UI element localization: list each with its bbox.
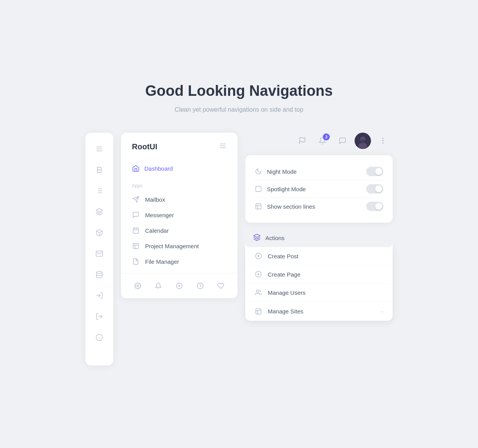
svg-rect-42 <box>256 186 261 192</box>
night-mode-left: Night Mode <box>255 168 297 175</box>
svg-point-11 <box>97 272 102 273</box>
sidebar-item-messenger-label: Messenger <box>145 212 174 218</box>
svg-rect-43 <box>256 204 261 209</box>
footer-clock-icon[interactable] <box>195 280 206 291</box>
sidebar-item-file-manager-label: File Manager <box>145 258 179 265</box>
actions-dropdown: Create Post Create Page Manage Users <box>245 245 393 321</box>
page-title: Good Looking Navigations <box>145 83 333 99</box>
manage-sites-icon <box>255 308 262 315</box>
action-create-post[interactable]: Create Post <box>245 247 393 265</box>
manage-sites-dot: · <box>381 307 383 316</box>
nav-demo-row: RootUI Dashboard Apps Mailbox <box>26 133 452 365</box>
action-manage-sites[interactable]: Manage Sites · <box>245 302 393 321</box>
sidebar-info-icon[interactable] <box>92 330 106 344</box>
sidebar-item-dashboard-label: Dashboard <box>144 165 173 172</box>
sidebar-database-icon[interactable] <box>92 268 106 282</box>
sidebar-item-calendar-label: Calendar <box>145 227 169 234</box>
sidebar-item-messenger[interactable]: Messenger <box>121 207 237 223</box>
section-lines-icon <box>255 202 262 210</box>
chat-icon <box>132 211 140 219</box>
sidebar-header: RootUI <box>121 133 237 157</box>
spotlight-mode-label: Spotlight Mode <box>267 186 306 192</box>
avatar-image <box>355 133 371 149</box>
file-icon <box>132 258 140 265</box>
footer-bell-icon[interactable] <box>153 280 164 291</box>
sidebar-bold-icon[interactable] <box>92 163 106 177</box>
sidebar-logo: RootUI <box>132 142 158 151</box>
sidebar-layers-icon[interactable] <box>92 205 106 219</box>
svg-marker-9 <box>96 209 103 212</box>
action-manage-users[interactable]: Manage Users <box>245 284 393 302</box>
notification-badge: 3 <box>323 133 330 140</box>
svg-point-38 <box>360 139 365 142</box>
settings-row-night-mode: Night Mode <box>255 163 383 180</box>
create-page-icon <box>255 270 262 278</box>
user-avatar[interactable] <box>355 133 371 149</box>
sidebar-mail-icon[interactable] <box>92 247 106 261</box>
calendar-icon <box>132 227 140 234</box>
sidebar-item-calendar[interactable]: Calendar <box>121 223 237 238</box>
spotlight-mode-toggle[interactable] <box>366 184 383 194</box>
sidebar-item-dashboard[interactable]: Dashboard <box>121 161 237 176</box>
sidebar-logout-icon[interactable] <box>92 310 106 323</box>
actions-trigger-label: Actions <box>265 235 284 241</box>
night-mode-toggle[interactable] <box>366 167 383 176</box>
settings-row-spotlight-mode: Spotlight Mode <box>255 180 383 198</box>
svg-rect-22 <box>133 228 139 234</box>
spotlight-mode-left: Spotlight Mode <box>255 185 306 193</box>
flag-icon-button[interactable] <box>294 133 310 149</box>
sidebar-cube-icon[interactable] <box>92 226 106 240</box>
icon-sidebar <box>85 133 113 365</box>
sidebar-footer <box>121 273 237 298</box>
page-subtitle: Clean yet powerful navigations on side a… <box>175 106 303 113</box>
svg-point-40 <box>383 140 383 141</box>
svg-rect-26 <box>133 243 139 249</box>
sidebar-list-icon[interactable] <box>92 184 106 198</box>
settings-card: Night Mode Spotlight Mode <box>245 155 393 223</box>
footer-settings-icon[interactable] <box>132 280 143 291</box>
footer-heart-icon[interactable] <box>215 280 226 291</box>
square-icon <box>255 185 262 193</box>
moon-icon <box>255 168 262 175</box>
page-wrapper: Good Looking Navigations Clean yet power… <box>26 83 452 365</box>
create-post-icon <box>255 252 262 260</box>
svg-point-29 <box>137 285 139 287</box>
action-create-post-label: Create Post <box>268 253 298 259</box>
sidebar-hamburger[interactable] <box>92 142 106 156</box>
action-create-page-label: Create Page <box>268 271 300 278</box>
more-options-button[interactable] <box>375 133 391 149</box>
actions-layers-icon <box>253 234 261 242</box>
night-mode-label: Night Mode <box>267 168 297 175</box>
manage-users-icon <box>255 289 262 296</box>
sidebar-login-icon[interactable] <box>92 289 106 303</box>
svg-point-39 <box>383 138 383 139</box>
section-lines-label: Show section lines <box>267 203 315 210</box>
svg-rect-54 <box>256 309 261 314</box>
svg-marker-46 <box>254 234 260 237</box>
sidebar-item-file-manager[interactable]: File Manager <box>121 254 237 269</box>
send-icon <box>132 195 140 203</box>
svg-point-53 <box>256 290 259 292</box>
footer-plus-icon[interactable] <box>174 280 185 291</box>
chat-icon-button[interactable] <box>334 133 351 149</box>
action-manage-sites-label: Manage Sites <box>268 308 303 315</box>
sidebar-item-project-management[interactable]: Project Management <box>121 238 237 254</box>
sidebar-hamburger-icon[interactable] <box>219 142 227 151</box>
full-sidebar: RootUI Dashboard Apps Mailbox <box>121 133 237 298</box>
layout-icon <box>132 242 140 250</box>
sidebar-item-mailbox-label: Mailbox <box>145 196 165 203</box>
action-create-page[interactable]: Create Page <box>245 265 393 284</box>
sidebar-item-project-management-label: Project Management <box>145 243 199 249</box>
section-lines-left: Show section lines <box>255 202 315 210</box>
top-bar: 3 <box>245 133 393 149</box>
right-section: 3 <box>245 133 393 321</box>
svg-point-41 <box>383 143 383 144</box>
sidebar-item-mailbox[interactable]: Mailbox <box>121 192 237 207</box>
action-manage-users-label: Manage Users <box>268 289 306 296</box>
svg-point-37 <box>358 143 367 149</box>
settings-row-section-lines: Show section lines <box>255 198 383 215</box>
sidebar-nav: Dashboard Apps Mailbox Messenger <box>121 157 237 269</box>
notification-bell-button[interactable]: 3 <box>314 133 331 149</box>
actions-trigger[interactable]: Actions <box>245 229 393 247</box>
section-lines-toggle[interactable] <box>366 202 383 211</box>
